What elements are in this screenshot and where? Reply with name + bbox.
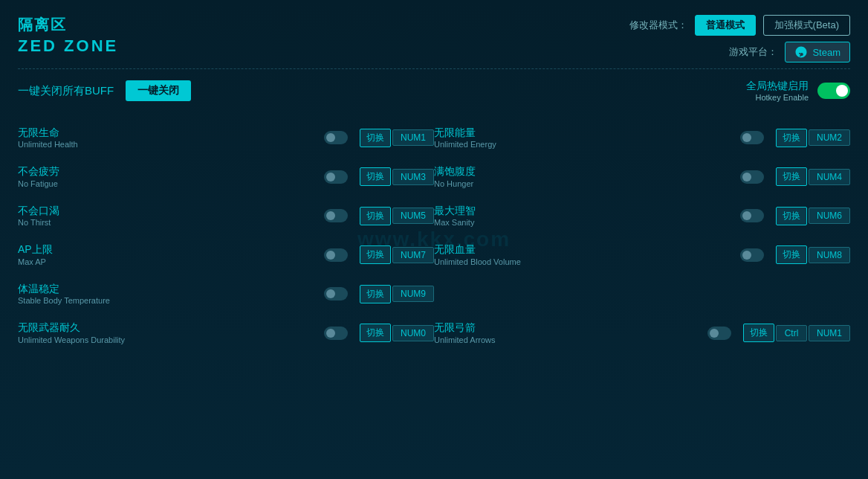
hotkey-buttons-11: 切换 Ctrl NUM1 <box>743 324 850 342</box>
hotkey-switch-btn-7[interactable]: 切换 <box>776 245 807 264</box>
hotkey-switch-btn-10[interactable]: 切换 <box>360 324 391 342</box>
hotkey-key-btn-1[interactable]: NUM2 <box>809 129 850 146</box>
cheat-toggle-11[interactable] <box>707 327 731 340</box>
hotkey-key-btn-2[interactable]: NUM3 <box>392 169 434 185</box>
hotkey-switch-btn-6[interactable]: 切换 <box>360 245 391 264</box>
cheat-cn: 体温稳定 <box>18 282 312 295</box>
header: 隔离区 ZED ZONE 修改器模式： 普通模式 加强模式(Beta) 游戏平台… <box>18 15 850 62</box>
header-right: 修改器模式： 普通模式 加强模式(Beta) 游戏平台： Steam <box>629 15 850 62</box>
hotkey-switch-btn-3[interactable]: 切换 <box>776 167 807 186</box>
hotkey-key-btn-0[interactable]: NUM1 <box>392 129 434 146</box>
cheat-item: 体温稳定 Stable Body Temperature 切换 NUM9 <box>18 274 434 313</box>
onekey-close-button[interactable]: 一键关闭 <box>126 80 191 101</box>
hotkey-buttons-3: 切换 NUM4 <box>776 167 850 186</box>
cheat-toggle-3[interactable] <box>740 170 764 184</box>
hotkey-switch-btn-11[interactable]: 切换 <box>743 324 774 342</box>
cheat-cn: 无限血量 <box>434 242 728 256</box>
onekey-row: 一键关闭所有BUFF 一键关闭 全局热键启用 Hotkey Enable <box>18 75 850 106</box>
global-hotkey-toggle[interactable] <box>817 83 850 99</box>
hotkey-key-btn-7[interactable]: NUM8 <box>809 247 850 263</box>
hotkey-buttons-0: 切换 NUM1 <box>360 129 434 147</box>
cheat-cn: 无限弓箭 <box>434 321 696 334</box>
hotkey-buttons-8: 切换 NUM9 <box>360 285 434 303</box>
cheat-labels: 不会疲劳 No Fatigue <box>18 164 312 188</box>
steam-platform-button[interactable]: Steam <box>785 42 850 62</box>
hotkey-key-btn-10[interactable]: NUM0 <box>392 325 434 341</box>
cheat-item <box>434 274 850 313</box>
cheat-toggle-slider-6 <box>324 248 348 262</box>
cheat-toggle-1[interactable] <box>740 131 764 144</box>
cheat-labels: AP上限 Max AP <box>18 242 312 266</box>
cheat-labels: 无限能量 Unlimited Energy <box>434 126 728 150</box>
cheat-item: AP上限 Max AP 切换 NUM7 <box>18 235 434 274</box>
cheat-cn: 无限能量 <box>434 126 728 139</box>
cheat-item: 不会口渴 No Thirst 切换 NUM5 <box>18 196 434 235</box>
cheat-toggle-slider-5 <box>740 209 764 222</box>
hotkey-key2-btn-11[interactable]: Ctrl <box>776 325 807 341</box>
cheat-toggle-7[interactable] <box>740 248 764 262</box>
cheat-toggle-2[interactable] <box>324 170 348 184</box>
hotkey-en-label: Hotkey Enable <box>755 93 809 102</box>
cheat-toggle-5[interactable] <box>740 209 764 222</box>
cheat-labels: 满饱腹度 No Hunger <box>434 164 728 188</box>
hotkey-key-btn-11[interactable]: NUM1 <box>809 325 850 341</box>
app-container: 隔离区 ZED ZONE 修改器模式： 普通模式 加强模式(Beta) 游戏平台… <box>0 0 868 479</box>
cheat-cn: 满饱腹度 <box>434 164 728 178</box>
cheat-labels: 无限弓箭 Unlimited Arrows <box>434 321 696 344</box>
cheat-cn: 无限武器耐久 <box>18 321 312 334</box>
platform-section: 游戏平台： Steam <box>729 42 850 62</box>
cheat-cn: 不会口渴 <box>18 204 312 217</box>
onekey-left: 一键关闭所有BUFF 一键关闭 <box>18 80 191 101</box>
cheat-toggle-10[interactable] <box>324 327 348 340</box>
hotkey-switch-btn-1[interactable]: 切换 <box>776 129 807 147</box>
cheat-toggle-slider-7 <box>740 248 764 262</box>
cheat-en: No Fatigue <box>18 179 312 189</box>
cheat-item: 无限武器耐久 Unlimited Weapons Durability 切换 N… <box>18 313 434 352</box>
cheat-toggle-8[interactable] <box>324 287 348 300</box>
hotkey-key-btn-5[interactable]: NUM6 <box>809 208 850 224</box>
cheat-en: Stable Body Temperature <box>18 295 312 306</box>
cheat-toggle-0[interactable] <box>324 131 348 144</box>
cheat-en: Max AP <box>18 257 312 267</box>
cheat-labels: 不会口渴 No Thirst <box>18 204 312 228</box>
cheat-en: Unlimited Health <box>18 139 312 150</box>
mode-beta-button[interactable]: 加强模式(Beta) <box>763 15 850 36</box>
platform-label: 游戏平台： <box>729 45 777 59</box>
cheat-toggle-slider-4 <box>324 209 348 222</box>
hotkey-switch-btn-8[interactable]: 切换 <box>360 285 391 303</box>
hotkey-labels: 全局热键启用 Hotkey Enable <box>746 80 809 102</box>
title-section: 隔离区 ZED ZONE <box>18 15 118 56</box>
cheat-en: No Hunger <box>434 179 728 189</box>
cheat-item: 最大理智 Max Sanity 切换 NUM6 <box>434 196 850 235</box>
cheat-toggle-slider-11 <box>707 327 731 340</box>
hotkey-buttons-2: 切换 NUM3 <box>360 167 434 186</box>
hotkey-switch-btn-2[interactable]: 切换 <box>360 167 391 186</box>
hotkey-key-btn-8[interactable]: NUM9 <box>392 286 434 302</box>
cheats-grid: 无限生命 Unlimited Health 切换 NUM1 无限能量 Unlim… <box>18 118 850 353</box>
cheat-en: Unlimited Weapons Durability <box>18 335 312 345</box>
cheat-en: Unlimited Energy <box>434 139 728 150</box>
cheat-toggle-slider-0 <box>324 131 348 144</box>
hotkey-buttons-5: 切换 NUM6 <box>776 207 850 225</box>
cheat-toggle-slider-10 <box>324 327 348 340</box>
steam-icon <box>794 45 808 59</box>
hotkey-switch-btn-5[interactable]: 切换 <box>776 207 807 225</box>
cheat-labels: 无限武器耐久 Unlimited Weapons Durability <box>18 321 312 344</box>
mode-normal-button[interactable]: 普通模式 <box>695 15 756 36</box>
cheat-item: 无限血量 Unlimited Blood Volume 切换 NUM8 <box>434 235 850 274</box>
hotkey-cn-label: 全局热键启用 <box>746 80 809 93</box>
cheat-toggle-6[interactable] <box>324 248 348 262</box>
cheat-toggle-slider-1 <box>740 131 764 144</box>
hotkey-enable-section: 全局热键启用 Hotkey Enable <box>746 80 850 102</box>
hotkey-key-btn-3[interactable]: NUM4 <box>809 169 850 185</box>
cheat-toggle-4[interactable] <box>324 209 348 222</box>
hotkey-key-btn-4[interactable]: NUM5 <box>392 208 434 224</box>
cheat-cn: AP上限 <box>18 242 312 256</box>
cheat-item: 无限能量 Unlimited Energy 切换 NUM2 <box>434 118 850 157</box>
hotkey-switch-btn-0[interactable]: 切换 <box>360 129 391 147</box>
hotkey-key-btn-6[interactable]: NUM7 <box>392 247 434 263</box>
hotkey-buttons-4: 切换 NUM5 <box>360 207 434 225</box>
hotkey-buttons-10: 切换 NUM0 <box>360 324 434 342</box>
hotkey-switch-btn-4[interactable]: 切换 <box>360 207 391 225</box>
mode-section: 修改器模式： 普通模式 加强模式(Beta) <box>629 15 850 36</box>
